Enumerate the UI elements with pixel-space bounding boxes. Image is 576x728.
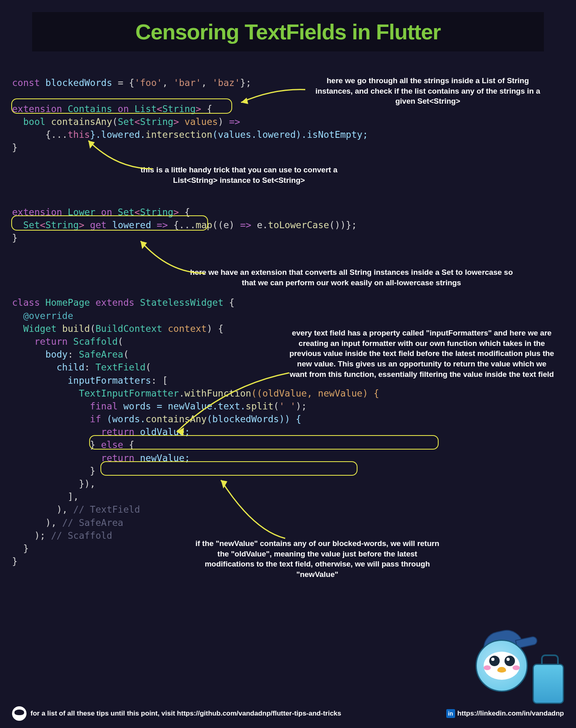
annotation-4: every text field has a property called "… (289, 328, 554, 379)
footer-github-text: for a list of all these tips until this … (31, 710, 341, 718)
footer-linkedin-text: https://linkedin.com/in/vandadnp (458, 710, 564, 718)
linkedin-icon: in (446, 709, 455, 718)
github-icon (12, 706, 27, 721)
annotation-3: here we have an extension that converts … (189, 267, 514, 288)
annotation-5: if the "newValue" contains any of our bl… (193, 538, 442, 580)
kw-const: const (12, 78, 40, 88)
annotation-1: here we go through all the strings insid… (309, 76, 546, 106)
annotation-2: this is a little handy trick that you ca… (133, 165, 345, 185)
page-title: Censoring TextFields in Flutter (48, 19, 528, 44)
code-block: const blockedWords = {'foo', 'bar', 'baz… (0, 51, 576, 568)
kw-extension: extension (12, 104, 62, 114)
mascot-bird (472, 624, 564, 704)
footer: for a list of all these tips until this … (0, 706, 576, 721)
title-bar: Censoring TextFields in Flutter (32, 12, 544, 51)
kw-class: class (12, 297, 40, 308)
